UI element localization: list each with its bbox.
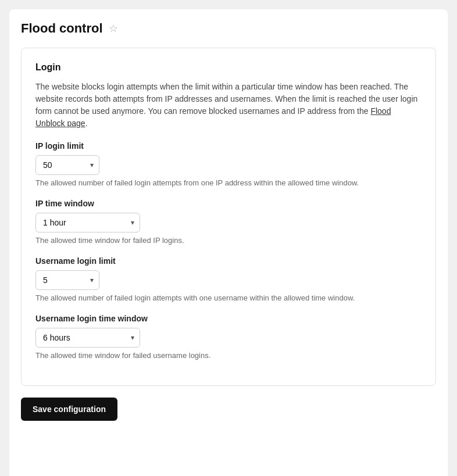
page-title: Flood control [21,21,103,36]
section-title: Login [35,62,422,73]
outer-card: Flood control ☆ Login The website blocks… [9,9,448,476]
page-header: Flood control ☆ [21,21,436,36]
description-end: . [85,119,88,128]
ip-time-window-label: IP time window [35,199,422,208]
ip-login-limit-wrapper: 10 20 30 50 100 ▾ [35,155,99,175]
ip-login-limit-group: IP login limit 10 20 30 50 100 ▾ The all… [35,141,422,187]
star-icon[interactable]: ☆ [109,22,118,35]
section-description: The website blocks login attempts when t… [35,81,422,130]
username-login-limit-select[interactable]: 3 5 10 20 50 [35,270,99,290]
username-login-limit-label: Username login limit [35,256,422,266]
ip-time-window-select[interactable]: 30 minutes 1 hour 2 hours 6 hours 12 hou… [35,213,140,232]
username-time-window-label: Username login time window [35,314,422,323]
ip-time-window-hint: The allowed time window for failed IP lo… [35,236,422,245]
save-button[interactable]: Save configuration [21,398,117,421]
username-time-window-group: Username login time window 30 minutes 1 … [35,314,422,360]
description-text-part1: The website blocks login attempts when t… [35,82,417,116]
username-login-limit-hint: The allowed number of failed login attem… [35,294,422,302]
ip-login-limit-select[interactable]: 10 20 30 50 100 [35,155,99,175]
ip-time-window-wrapper: 30 minutes 1 hour 2 hours 6 hours 12 hou… [35,213,140,232]
ip-login-limit-hint: The allowed number of failed login attem… [35,178,422,187]
username-login-limit-group: Username login limit 3 5 10 20 50 ▾ The … [35,256,422,302]
ip-login-limit-label: IP login limit [35,141,422,151]
username-login-limit-wrapper: 3 5 10 20 50 ▾ [35,270,99,290]
login-section-card: Login The website blocks login attempts … [21,48,436,386]
username-time-window-hint: The allowed time window for failed usern… [35,351,422,360]
ip-time-window-group: IP time window 30 minutes 1 hour 2 hours… [35,199,422,245]
username-time-window-wrapper: 30 minutes 1 hour 2 hours 6 hours 12 hou… [35,328,140,348]
username-time-window-select[interactable]: 30 minutes 1 hour 2 hours 6 hours 12 hou… [35,328,140,348]
